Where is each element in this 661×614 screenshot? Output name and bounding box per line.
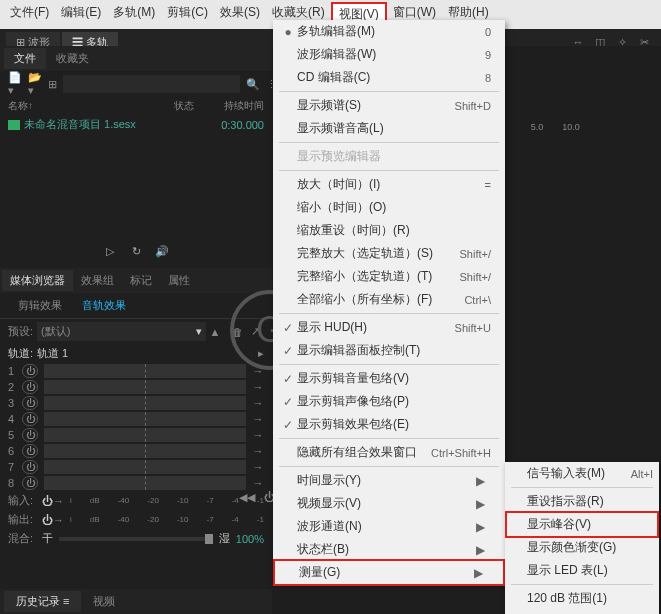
param-lane[interactable]: [44, 428, 246, 442]
menu-item[interactable]: ✓ 显示 HUD(H) Shift+U: [273, 316, 505, 339]
file-search-input[interactable]: [63, 75, 240, 93]
submenu-item[interactable]: 96 dB 范围(9): [505, 610, 659, 614]
preset-select[interactable]: (默认)▾: [37, 322, 206, 341]
param-power-icon[interactable]: ⏻: [22, 444, 38, 458]
menu-item[interactable]: 放大（时间）(I) =: [273, 173, 505, 196]
menu-item[interactable]: 时间显示(Y) ▶: [273, 469, 505, 492]
col-duration[interactable]: 持续时间: [214, 99, 264, 113]
param-power-icon[interactable]: ⏻: [22, 460, 38, 474]
search-icon[interactable]: 🔍: [246, 75, 260, 93]
record-icon[interactable]: ⊞: [48, 75, 57, 93]
menu-item[interactable]: 缩小（时间）(O): [273, 196, 505, 219]
track-stop-icon[interactable]: ◀◀: [236, 488, 258, 506]
param-power-icon[interactable]: ⏻: [22, 396, 38, 410]
param-power-icon[interactable]: ⏻: [22, 428, 38, 442]
submenu-item[interactable]: 重设指示器(R): [505, 490, 659, 513]
tab-video[interactable]: 视频: [81, 591, 127, 612]
tab-track-effects[interactable]: 音轨效果: [72, 295, 136, 316]
param-row[interactable]: 1 ⏻ →: [8, 363, 264, 379]
menu-clip[interactable]: 剪辑(C): [161, 2, 214, 27]
timeline-ruler[interactable]: 5.010.0: [520, 122, 661, 136]
param-row[interactable]: 3 ⏻ →: [8, 395, 264, 411]
preset-link-icon[interactable]: ↗: [246, 324, 264, 340]
file-row[interactable]: 未命名混音项目 1.sesx 0:30.000: [0, 115, 272, 134]
menu-item[interactable]: ✓ 显示剪辑效果包络(E): [273, 413, 505, 436]
param-arrow-icon[interactable]: →: [252, 381, 264, 393]
tab-clip-effects[interactable]: 剪辑效果: [8, 295, 72, 316]
input-arrow-icon[interactable]: →: [53, 495, 64, 507]
menu-item[interactable]: 完整放大（选定轨道）(S) Shift+/: [273, 242, 505, 265]
param-lane[interactable]: [44, 444, 246, 458]
col-status[interactable]: 状态: [174, 99, 214, 113]
track-menu-icon[interactable]: ▸: [258, 347, 264, 360]
menu-item[interactable]: 缩放重设（时间）(R): [273, 219, 505, 242]
param-power-icon[interactable]: ⏻: [22, 412, 38, 426]
menu-item[interactable]: 显示频谱音高(L): [273, 117, 505, 140]
menu-item[interactable]: 波形通道(N) ▶: [273, 515, 505, 538]
menu-multitrack[interactable]: 多轨(M): [107, 2, 161, 27]
menu-item[interactable]: 波形编辑器(W) 9: [273, 43, 505, 66]
param-lane[interactable]: [44, 476, 246, 490]
menu-item[interactable]: 视频显示(V) ▶: [273, 492, 505, 515]
tab-effects-group[interactable]: 效果组: [73, 270, 122, 291]
param-arrow-icon[interactable]: →: [252, 413, 264, 425]
menu-item[interactable]: 完整缩小（选定轨道）(T) Shift+/: [273, 265, 505, 288]
param-row[interactable]: 7 ⏻ →: [8, 459, 264, 475]
loop-icon[interactable]: ↻: [123, 240, 149, 262]
tab-media-browser[interactable]: 媒体浏览器: [2, 270, 73, 291]
param-arrow-icon[interactable]: →: [252, 429, 264, 441]
track-value[interactable]: 轨道 1: [37, 346, 68, 361]
preset-delete-icon[interactable]: 🗑: [228, 324, 246, 340]
menu-edit[interactable]: 编辑(E): [55, 2, 107, 27]
tab-markers[interactable]: 标记: [122, 270, 160, 291]
param-row[interactable]: 4 ⏻ →: [8, 411, 264, 427]
param-lane[interactable]: [44, 364, 246, 378]
param-row[interactable]: 5 ⏻ →: [8, 427, 264, 443]
menu-item[interactable]: ● 多轨编辑器(M) 0: [273, 20, 505, 43]
param-power-icon[interactable]: ⏻: [22, 476, 38, 490]
output-arrow-icon[interactable]: →: [53, 514, 64, 526]
param-lane[interactable]: [44, 380, 246, 394]
submenu-item[interactable]: 信号输入表(M) Alt+I: [505, 462, 659, 485]
menu-item[interactable]: CD 编辑器(C) 8: [273, 66, 505, 89]
param-lane[interactable]: [44, 460, 246, 474]
tab-files[interactable]: 文件: [4, 48, 46, 69]
param-row[interactable]: 2 ⏻ →: [8, 379, 264, 395]
menu-item[interactable]: 全部缩小（所有坐标）(F) Ctrl+\: [273, 288, 505, 311]
submenu-item[interactable]: 120 dB 范围(1): [505, 587, 659, 610]
param-lane[interactable]: [44, 412, 246, 426]
menu-item[interactable]: 显示频谱(S) Shift+D: [273, 94, 505, 117]
submenu-item[interactable]: 显示 LED 表(L): [505, 559, 659, 582]
menu-file[interactable]: 文件(F): [4, 2, 55, 27]
new-file-icon[interactable]: 📄▾: [8, 75, 22, 93]
param-power-icon[interactable]: ⏻: [22, 364, 38, 378]
menu-item[interactable]: 测量(G) ▶: [273, 559, 505, 586]
param-row[interactable]: 8 ⏻ →: [8, 475, 264, 491]
tab-favorites[interactable]: 收藏夹: [46, 48, 99, 69]
menu-item[interactable]: 状态栏(B) ▶: [273, 538, 505, 561]
open-file-icon[interactable]: 📂▾: [28, 75, 42, 93]
menu-item[interactable]: ✓ 显示剪辑声像包络(P): [273, 390, 505, 413]
col-name[interactable]: 名称↑: [8, 99, 174, 113]
input-power-icon[interactable]: ⏻: [42, 495, 53, 507]
submenu-item[interactable]: 显示颜色渐变(G): [505, 536, 659, 559]
menu-item[interactable]: 隐藏所有组合效果窗口 Ctrl+Shift+H: [273, 441, 505, 464]
output-power-icon[interactable]: ⏻: [42, 514, 53, 526]
menu-item[interactable]: ✓ 显示编辑器面板控制(T): [273, 339, 505, 362]
param-power-icon[interactable]: ⏻: [22, 380, 38, 394]
mix-slider[interactable]: [59, 537, 213, 541]
play-icon[interactable]: ▷: [97, 240, 123, 262]
param-arrow-icon[interactable]: →: [252, 445, 264, 457]
tab-properties[interactable]: 属性: [160, 270, 198, 291]
param-arrow-icon[interactable]: →: [252, 365, 264, 377]
param-lane[interactable]: [44, 396, 246, 410]
tab-history[interactable]: 历史记录 ≡: [4, 591, 81, 612]
menu-item[interactable]: ✓ 显示剪辑音量包络(V): [273, 367, 505, 390]
param-arrow-icon[interactable]: →: [252, 461, 264, 473]
auto-play-icon[interactable]: 🔊: [149, 240, 175, 262]
param-row[interactable]: 6 ⏻ →: [8, 443, 264, 459]
submenu-item[interactable]: 显示峰谷(V): [505, 511, 659, 538]
menu-effects[interactable]: 效果(S): [214, 2, 266, 27]
param-arrow-icon[interactable]: →: [252, 397, 264, 409]
preset-save-icon[interactable]: ▲: [206, 324, 224, 340]
